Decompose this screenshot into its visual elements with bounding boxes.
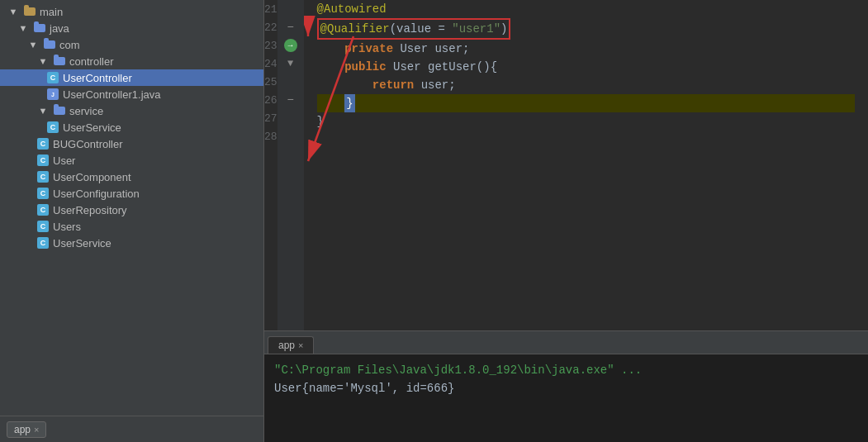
sidebar-item-main[interactable]: ▼ main — [0, 3, 263, 20]
gutter: − ▼ − — [277, 0, 304, 330]
file-tree[interactable]: ▼ main ▼ java ▼ com ▼ — [0, 0, 263, 416]
class-icon: C — [36, 137, 50, 150]
gutter-cell-21 — [277, 0, 304, 18]
line-number: 23 — [264, 36, 277, 55]
code-token — [317, 94, 345, 112]
sidebar-item-userrepository[interactable]: C UserRepository — [0, 202, 263, 218]
sidebar-item-userconfiguration[interactable]: C UserConfiguration — [0, 185, 263, 202]
sidebar-item-label: UserController1.java — [63, 88, 161, 101]
gutter-cell-27 — [277, 109, 304, 127]
class-icon: C — [36, 154, 50, 167]
line-number: 28 — [264, 127, 277, 145]
sidebar-item-label: UserConfiguration — [53, 188, 140, 200]
sidebar-item-label: UserService — [63, 121, 121, 134]
line-number: 21 — [264, 0, 277, 18]
code-token: ) — [500, 20, 507, 38]
class-icon: C — [36, 220, 50, 233]
code-token-qualifier-annotation: @Qualifier — [320, 20, 390, 38]
code-line-21: @Autowired — [317, 0, 855, 18]
code-token: } — [317, 112, 324, 131]
terminal-content: "C:\Program Files\Java\jdk1.8.0_192\bin\… — [264, 354, 868, 442]
sidebar-item-usercontroller1[interactable]: J UserController1.java — [0, 86, 263, 102]
code-line-22: @Qualifier(value = "user1") — [317, 18, 855, 40]
code-token — [317, 76, 372, 94]
class-icon: C — [36, 203, 50, 216]
sidebar-item-label: UserService — [53, 237, 111, 250]
qualifier-highlight-box: @Qualifier(value = "user1") — [317, 18, 511, 40]
sidebar-item-usercontroller[interactable]: C UserController — [0, 69, 263, 86]
expand-icon: ▼ — [36, 55, 50, 68]
code-line-25: return user; — [317, 76, 855, 94]
terminal-tabs: app × — [264, 331, 868, 354]
arrow-down-icon: ▼ — [287, 58, 293, 69]
terminal-command: "C:\Program Files\Java\jdk1.8.0_192\bin\… — [274, 364, 642, 377]
code-area[interactable]: @Autowired @Qualifier(value = "user1") p… — [304, 0, 868, 330]
collapse-icon: − — [287, 93, 293, 107]
terminal-tab-app[interactable]: app × — [268, 336, 314, 354]
terminal-output: User{name='Mysql', id=666} — [274, 382, 454, 395]
line-numbers: 21 22 23 24 25 26 27 28 — [264, 0, 277, 330]
code-token — [317, 58, 345, 76]
expand-icon: ▼ — [36, 104, 50, 117]
app-tab-label: app — [14, 424, 31, 435]
code-token: User user; — [393, 40, 469, 58]
sidebar-item-userservice-sub[interactable]: C UserService — [0, 119, 263, 135]
sidebar-item-java[interactable]: ▼ java — [0, 20, 263, 36]
folder-blue-icon — [33, 21, 46, 35]
code-token: (value = — [390, 20, 453, 38]
code-token-private: private — [344, 40, 393, 58]
close-icon[interactable]: × — [34, 425, 39, 435]
code-token — [317, 131, 324, 149]
code-token: @Autowired — [317, 0, 387, 18]
java-icon: J — [46, 88, 59, 101]
sidebar-item-label: UserRepository — [53, 204, 127, 216]
main-content: 21 22 23 24 25 26 27 28 − ▼ — [264, 0, 868, 442]
class-icon: C — [36, 236, 50, 250]
sidebar-item-service[interactable]: ▼ service — [0, 102, 263, 119]
sidebar-item-label: com — [59, 39, 80, 51]
sidebar-item-user[interactable]: C User — [0, 152, 263, 169]
folder-blue-icon — [53, 55, 66, 68]
line-number: 25 — [264, 73, 277, 91]
code-line-24: public User getUser(){ — [317, 58, 855, 76]
expand-icon: ▼ — [7, 5, 20, 18]
sidebar-item-usercomponent[interactable]: C UserComponent — [0, 169, 263, 185]
code-line-27: } — [317, 112, 855, 131]
sidebar-item-label: UserComponent — [53, 171, 131, 183]
sidebar-item-controller[interactable]: ▼ controller — [0, 53, 263, 69]
expand-icon: ▼ — [17, 21, 30, 35]
class-icon: C — [36, 170, 50, 183]
gutter-cell-22: − — [277, 18, 304, 36]
sidebar-item-bugcontroller[interactable]: C BUGController — [0, 135, 263, 152]
sidebar-item-label: java — [50, 22, 69, 35]
sidebar-item-users[interactable]: C Users — [0, 218, 263, 235]
sidebar-item-com[interactable]: ▼ com — [0, 36, 263, 53]
sidebar-item-label: User — [53, 154, 75, 167]
code-token — [317, 40, 345, 58]
gutter-cell-25 — [277, 73, 304, 91]
terminal-line-2: User{name='Mysql', id=666} — [274, 379, 858, 397]
sidebar-item-label: Users — [53, 221, 81, 233]
folder-blue-icon — [53, 104, 66, 117]
line-number: 24 — [264, 55, 277, 73]
class-icon: C — [36, 187, 50, 200]
code-token-public: public — [344, 58, 386, 76]
code-line-26: } — [317, 94, 855, 112]
sidebar-item-label: main — [40, 6, 63, 18]
sidebar-item-userservice[interactable]: C UserService — [0, 235, 263, 251]
gutter-cell-26: − — [277, 91, 304, 109]
gutter-cell-24: ▼ — [277, 55, 304, 73]
app-tab[interactable]: app × — [7, 421, 46, 438]
terminal-area: app × "C:\Program Files\Java\jdk1.8.0_19… — [264, 330, 868, 442]
sidebar-bottom: app × — [0, 416, 263, 442]
debug-arrow-icon — [284, 39, 297, 52]
gutter-cell-23 — [277, 36, 304, 55]
code-token: user; — [414, 76, 455, 94]
line-number: 26 — [264, 91, 277, 109]
close-icon[interactable]: × — [298, 340, 303, 350]
code-editor[interactable]: 21 22 23 24 25 26 27 28 − ▼ — [264, 0, 868, 330]
sidebar-item-label: BUGController — [53, 138, 123, 150]
code-token-string: "user1" — [452, 20, 500, 38]
folder-icon — [23, 5, 36, 18]
code-line-28 — [317, 131, 855, 149]
